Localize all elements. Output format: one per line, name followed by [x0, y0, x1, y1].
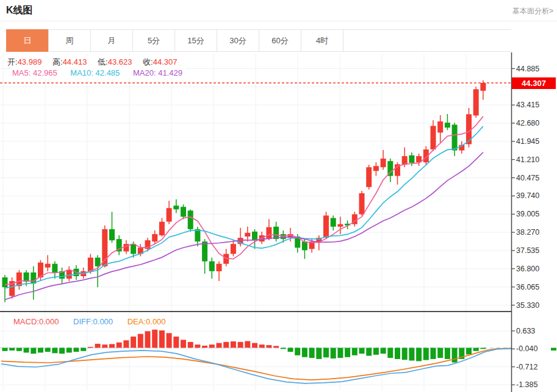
axis-tick-label: 41.210 — [516, 155, 539, 164]
macd-value: MACD:0.000 — [13, 317, 59, 326]
axis-tick-label: 41.945 — [516, 137, 539, 146]
axis-tick-label: 37.535 — [516, 246, 539, 255]
diff-value: DIFF:0.000 — [73, 317, 113, 326]
ohlc-readout: 开:43.989 高:44.413 低:43.623 收:44.307 — [7, 56, 189, 68]
axis-tick-label: 39.740 — [516, 191, 539, 200]
axis-tick-label: -0.712 — [516, 363, 537, 371]
macd-latest-bar — [551, 348, 556, 351]
ma-readout: MA5: 42.965 MA10: 42.485 MA20: 41.429 — [12, 68, 186, 78]
high-value: 44.413 — [63, 57, 87, 66]
axis-tick-label: 44.885 — [516, 65, 539, 73]
axis-tick-label: -0.040 — [516, 344, 537, 353]
close-value: 44.307 — [153, 57, 178, 66]
axis-tick-label: 35.330 — [516, 301, 539, 310]
open-label: 开: — [7, 57, 18, 66]
axis-tick-label: 38.270 — [516, 228, 539, 237]
kline-screen: K线图 基本面分析> 日周月5分15分30分60分4时 开:43.989 高:4… — [0, 0, 557, 392]
last-price-badge: 44.307 — [512, 77, 556, 89]
close-label: 收: — [143, 57, 153, 66]
high-label: 高: — [52, 57, 63, 66]
grid-layer — [0, 54, 515, 390]
macd-histogram — [2, 330, 486, 363]
axis-tick-label: -1.385 — [516, 380, 537, 389]
low-label: 低: — [98, 57, 108, 66]
open-value: 43.989 — [18, 57, 42, 66]
axis-tick-label: 43.415 — [516, 101, 539, 109]
axis-tick-label: 36.065 — [516, 283, 539, 291]
ma5-value: MA5: 42.965 — [12, 68, 57, 77]
axis-tick-label: 39.005 — [516, 210, 539, 218]
macd-readout: MACD:0.000 DIFF:0.000 DEA:0.000 — [13, 317, 166, 326]
dea-value: DEA:0.000 — [128, 317, 166, 326]
ma20-value: MA20: 41.429 — [133, 68, 182, 77]
axis-tick-label: 0.633 — [516, 327, 535, 335]
axis-tick-label: 42.680 — [516, 119, 539, 127]
axis-tick-label: 40.475 — [516, 174, 539, 182]
low-value: 43.623 — [108, 57, 132, 66]
axis-tick-label: 36.800 — [516, 265, 539, 273]
ma10-value: MA10: 42.485 — [70, 68, 120, 77]
